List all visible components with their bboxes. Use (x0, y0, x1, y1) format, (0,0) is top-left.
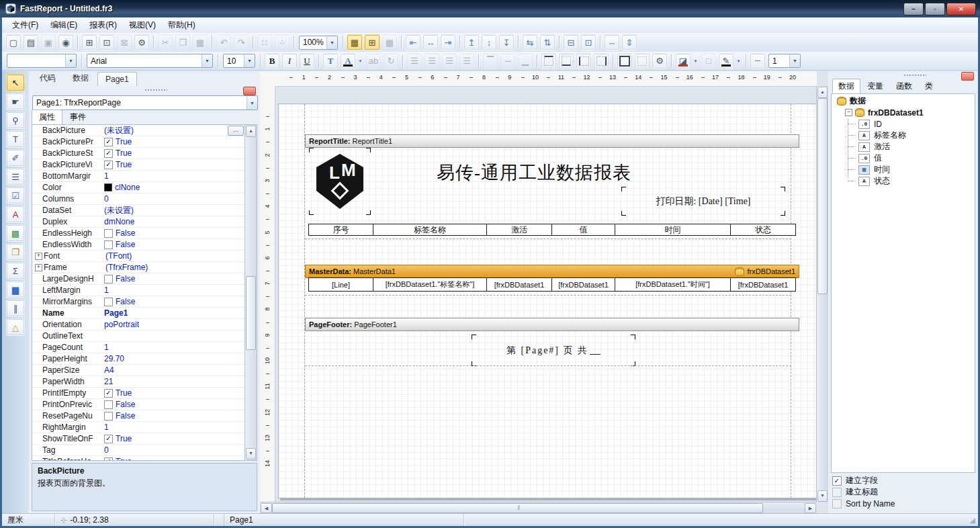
halign-right-button[interactable]: ☰ (441, 53, 457, 69)
column-header-row[interactable]: 序号标签名称激活值时间状态 (308, 224, 796, 236)
checkbox-icon[interactable]: ✓ (104, 457, 113, 461)
font-size-select[interactable]: 10▼ (223, 54, 255, 68)
copy-button[interactable]: ❐ (175, 34, 191, 50)
property-row[interactable]: BackPicturePr✓True (32, 136, 245, 148)
property-row[interactable]: PrintIfEmpty✓True (32, 388, 245, 399)
shape-object-button[interactable]: △ (6, 318, 25, 336)
property-row[interactable]: BottomMargir1 (32, 171, 245, 182)
show-grid-button[interactable]: ▦ (347, 34, 363, 50)
paste-button[interactable]: ▦ (192, 34, 208, 50)
vertical-scrollbar[interactable]: ▲ ▼ (816, 86, 828, 502)
valign-top-button[interactable]: ▔ (482, 53, 498, 69)
property-row[interactable]: +Frame(TfrxFrame) (32, 262, 245, 273)
property-row[interactable]: LargeDesignHFalse (32, 273, 245, 285)
menu-edit[interactable]: 编辑(E) (44, 17, 83, 33)
property-row[interactable]: PaperSizeA4 (32, 365, 245, 376)
font-settings-button[interactable]: T (322, 53, 339, 69)
zoom-select[interactable]: 100%▼ (299, 36, 338, 50)
property-row[interactable]: NamePage1 (32, 308, 245, 319)
align-tops-button[interactable]: ↥ (463, 34, 480, 50)
checkbox-icon[interactable] (104, 412, 113, 421)
panel-hide-button[interactable] (243, 87, 256, 95)
menu-help[interactable]: 帮助(H) (162, 17, 202, 33)
expand-icon[interactable]: + (35, 253, 42, 260)
tree-node-data-root[interactable]: 数据 (832, 95, 975, 107)
chevron-down-icon[interactable]: ▼ (202, 54, 212, 67)
property-row[interactable]: PageCount1 (32, 342, 245, 353)
tree-option[interactable]: ✓建立字段 (832, 475, 978, 486)
hand-tool[interactable]: ☛ (6, 93, 25, 110)
tab-数据[interactable]: 数据 (64, 70, 97, 86)
property-row[interactable]: BackPictureSt✓True (32, 148, 245, 159)
data-panel-tab[interactable]: 函数 (890, 79, 918, 93)
data-cell[interactable]: [Line] (308, 277, 373, 292)
tree-field[interactable]: A状态 (832, 175, 975, 187)
data-cell[interactable]: [frxDBDataset1."时间"] (615, 277, 731, 292)
checkbox-icon[interactable]: ✓ (104, 138, 113, 146)
preview-button[interactable]: ◉ (58, 34, 74, 50)
property-row[interactable]: EndlessWidthFalse (32, 239, 245, 251)
checkbox-icon[interactable]: ✓ (104, 149, 113, 158)
halign-justify-button[interactable]: ☰ (459, 53, 475, 69)
property-row[interactable]: Tag0 (32, 445, 245, 456)
header-cell[interactable]: 时间 (615, 224, 731, 236)
save-report-button[interactable]: ▣ (40, 34, 56, 50)
valign-bottom-button[interactable]: ▁ (517, 53, 533, 69)
checkbox-object-button[interactable]: ☑ (6, 187, 25, 204)
property-row[interactable]: RightMargin1 (32, 422, 245, 433)
fill-color-button[interactable]: ◪ (675, 53, 691, 69)
header-cell[interactable]: 状态 (731, 224, 796, 236)
frame-all-button[interactable] (617, 53, 633, 69)
data-row[interactable]: [Line][frxDBDataset1."标签名称"][frxDBDatase… (308, 277, 796, 292)
scroll-up-icon[interactable]: ▲ (246, 126, 256, 137)
report-title-band-header[interactable]: ReportTitle: ReportTitle1 (305, 134, 799, 148)
highlight-button[interactable]: ab (365, 53, 382, 69)
object-select[interactable]: Page1: TfrxReportPage ▼ (32, 95, 258, 110)
data-cell[interactable]: [frxDBDataset1 (731, 277, 796, 292)
print-date-text-object[interactable]: 打印日期: [Date] [Time] (627, 192, 780, 210)
fill-color-dropdown[interactable]: ▾ (692, 54, 699, 69)
scrollbar-thumb[interactable] (817, 98, 828, 294)
property-row[interactable]: OrientationpoPortrait (32, 319, 245, 331)
property-row[interactable]: LeftMargin1 (32, 285, 245, 296)
checkbox-icon[interactable]: ✓ (104, 389, 113, 398)
frame-bottom-button[interactable] (558, 53, 574, 69)
chart-object-button[interactable]: ▆ (6, 281, 25, 298)
maximize-button[interactable]: ▫ (925, 3, 945, 15)
property-row[interactable]: TitleBeforeHe✓True (32, 456, 245, 460)
property-grid-scrollbar[interactable]: ▲ ▼ (244, 125, 257, 460)
text-object-button[interactable]: A (6, 206, 25, 223)
property-row[interactable]: MirrorMarginsFalse (32, 296, 245, 308)
tree-node-dataset[interactable]: − frxDBDataset1 (832, 107, 975, 118)
checkbox-icon[interactable] (104, 275, 113, 283)
scroll-right-icon[interactable]: ▶ (805, 503, 816, 513)
tree-option[interactable]: 建立标题 (832, 486, 978, 498)
align-right-edges-button[interactable]: ⇥ (440, 34, 456, 50)
property-row[interactable]: ShowTitleOnF✓True (32, 433, 245, 445)
frame-edit-button[interactable]: ⚙ (652, 53, 668, 69)
header-cell[interactable]: 值 (552, 224, 615, 236)
data-cell[interactable]: [frxDBDataset1 (552, 277, 615, 292)
font-select[interactable]: Arial▼ (87, 54, 213, 68)
scroll-left-icon[interactable]: ◀ (261, 503, 272, 513)
property-row[interactable]: ColorclNone (32, 182, 245, 193)
center-vertically-button[interactable]: ⊡ (580, 34, 596, 50)
redo-button[interactable]: ↷ (233, 34, 249, 50)
page-number-text-object[interactable]: 第 [Page#] 页 共 (477, 340, 630, 361)
text-edit-tool[interactable]: T (6, 130, 25, 148)
property-row[interactable]: PaperWidth21 (32, 376, 245, 388)
resize-grip[interactable]: ◢ (970, 516, 978, 525)
style-select[interactable]: ▼ (7, 54, 77, 68)
chevron-down-icon[interactable]: ▼ (326, 36, 337, 49)
insert-band-button[interactable]: ☰ (6, 168, 25, 185)
splitter-grip[interactable] (144, 89, 167, 91)
align-left-edges-button[interactable]: ⇤ (405, 34, 421, 50)
frame-top-button[interactable] (541, 53, 557, 69)
tab-代码[interactable]: 代码 (32, 70, 64, 86)
subreport-object-button[interactable]: ❐ (6, 243, 25, 261)
new-dialog-page-button[interactable]: ⊡ (99, 34, 115, 50)
open-report-button[interactable]: ▤ (23, 34, 39, 50)
property-row[interactable]: PrintOnPrevicFalse (32, 399, 245, 410)
splitter-grip[interactable] (903, 74, 926, 77)
menu-view[interactable]: 视图(V) (123, 17, 162, 33)
